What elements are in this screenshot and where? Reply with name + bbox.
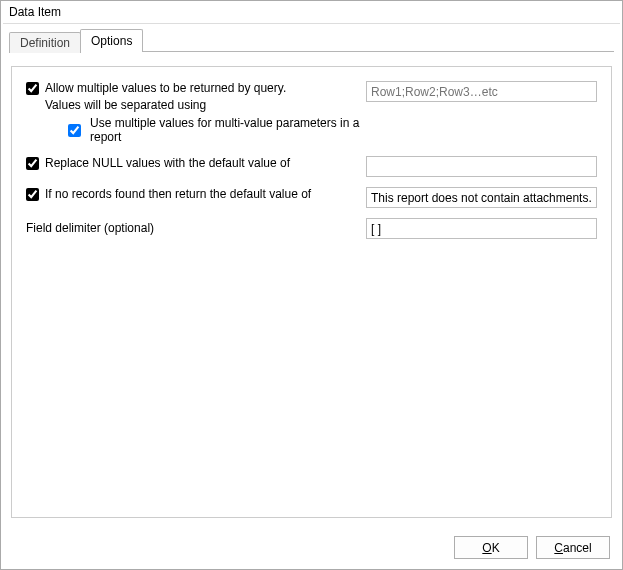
no-records-input[interactable]: [366, 187, 597, 208]
options-panel: Allow multiple values to be returned by …: [11, 66, 612, 518]
tab-options[interactable]: Options: [80, 29, 143, 52]
field-delimiter-label: Field delimiter (optional): [26, 218, 366, 235]
use-multi-params-label: Use multiple values for multi-value para…: [90, 116, 366, 144]
no-records-checkbox[interactable]: [26, 188, 39, 201]
field-delimiter-input[interactable]: [366, 218, 597, 239]
ok-button[interactable]: OK: [454, 536, 528, 559]
cancel-button[interactable]: Cancel: [536, 536, 610, 559]
tab-definition[interactable]: Definition: [9, 32, 81, 53]
allow-multiple-label: Allow multiple values to be returned by …: [45, 81, 286, 96]
replace-null-checkbox[interactable]: [26, 157, 39, 170]
separator-note: Values will be separated using: [45, 98, 366, 113]
data-item-dialog: Data Item Definition Options Allow multi…: [0, 0, 623, 570]
replace-null-input[interactable]: [366, 156, 597, 177]
replace-null-label: Replace NULL values with the default val…: [45, 156, 290, 171]
tabs: Definition Options: [1, 24, 622, 52]
dialog-title: Data Item: [1, 1, 622, 23]
allow-multiple-input[interactable]: [366, 81, 597, 102]
no-records-label: If no records found then return the defa…: [45, 187, 311, 202]
dialog-buttons: OK Cancel: [1, 528, 622, 569]
allow-multiple-checkbox[interactable]: [26, 82, 39, 95]
use-multi-params-checkbox[interactable]: [68, 124, 81, 137]
